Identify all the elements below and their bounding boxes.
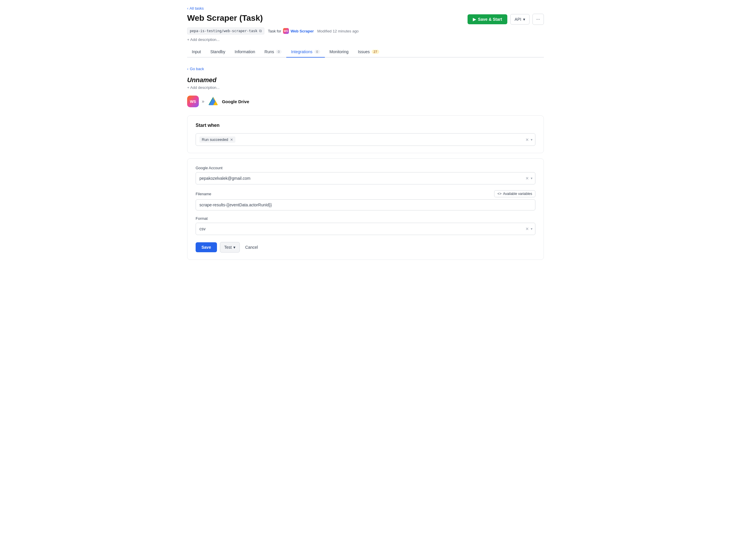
issues-badge: 27	[372, 50, 379, 54]
format-label: Format	[196, 216, 535, 221]
arrow-icon: »	[202, 99, 204, 104]
integration-add-description[interactable]: + Add description...	[187, 85, 544, 90]
meta-row: pepa-is-testing/web-scraper-task ⧉ Task …	[187, 27, 544, 34]
task-slug: pepa-is-testing/web-scraper-task ⧉	[187, 27, 264, 34]
start-when-field-actions: ✕ ▾	[526, 137, 533, 142]
page-title: Web Scraper (Task)	[187, 13, 263, 23]
more-options-button[interactable]: ···	[533, 14, 544, 25]
all-tasks-link[interactable]: ‹ All tasks	[187, 6, 204, 11]
form-actions: Save Test ▾ Cancel	[196, 242, 535, 253]
format-select-wrapper: csv ✕ ▾	[196, 223, 535, 235]
save-start-button[interactable]: ▶ Save & Start	[468, 14, 507, 24]
runs-badge: 0	[276, 50, 281, 54]
tab-monitoring[interactable]: Monitoring	[325, 46, 353, 58]
test-button[interactable]: Test ▾	[220, 242, 240, 253]
all-tasks-label: All tasks	[189, 6, 203, 11]
format-field-actions: ✕ ▾	[526, 227, 533, 231]
api-button[interactable]: API ▾	[510, 14, 530, 25]
modified-text: Modified 12 minutes ago	[317, 29, 359, 33]
ws-icon: WS	[187, 96, 199, 107]
ws-small-icon: WS	[283, 28, 289, 34]
gdrive-label: Google Drive	[222, 99, 249, 104]
tab-issues[interactable]: Issues 27	[353, 46, 384, 58]
test-chevron-icon: ▾	[233, 245, 235, 250]
google-account-label: Google Account	[196, 166, 535, 170]
add-description-link[interactable]: + Add description...	[187, 37, 544, 42]
start-when-title: Start when	[196, 123, 535, 128]
available-variables-button[interactable]: <> Available variables	[494, 190, 535, 197]
code-icon: <>	[497, 192, 502, 196]
filename-label-row: Filename <> Available variables	[196, 190, 535, 197]
integration-icons-row: WS »	[187, 96, 544, 107]
task-for: Task for WS Web Scraper	[268, 28, 314, 34]
tab-information[interactable]: Information	[230, 46, 260, 58]
integration-name: Unnamed	[187, 76, 544, 84]
format-clear-icon[interactable]: ✕	[526, 227, 529, 231]
filename-input[interactable]	[196, 199, 535, 210]
tab-standby[interactable]: Standby	[205, 46, 230, 58]
format-group: Format csv ✕ ▾	[196, 216, 535, 235]
tag-remove-icon[interactable]: ✕	[230, 138, 233, 142]
google-account-wrapper: pepakozelvalek@gmail.com ✕ ▾	[196, 172, 535, 184]
start-when-select-wrapper: Run succeeded ✕ ✕ ▾	[196, 133, 535, 146]
integrations-badge: 0	[314, 50, 320, 54]
tab-runs[interactable]: Runs 0	[260, 46, 286, 58]
google-account-field-actions: ✕ ▾	[526, 176, 533, 181]
format-select[interactable]: csv	[196, 223, 535, 235]
tab-input[interactable]: Input	[187, 46, 205, 58]
more-icon: ···	[536, 17, 540, 22]
google-account-select[interactable]: pepakozelvalek@gmail.com	[196, 172, 535, 184]
tabs-bar: Input Standby Information Runs 0 Integra…	[187, 46, 544, 58]
run-succeeded-tag: Run succeeded ✕	[199, 136, 235, 143]
format-chevron-icon[interactable]: ▾	[531, 227, 533, 231]
google-account-group: Google Account pepakozelvalek@gmail.com …	[196, 166, 535, 184]
settings-card: Google Account pepakozelvalek@gmail.com …	[187, 158, 544, 260]
save-button[interactable]: Save	[196, 242, 217, 252]
start-when-chevron-icon[interactable]: ▾	[531, 138, 533, 142]
filename-group: Filename <> Available variables	[196, 190, 535, 210]
task-for-link[interactable]: Web Scraper	[291, 29, 314, 33]
chevron-down-icon: ▾	[523, 17, 525, 22]
go-back-chevron-icon: ‹	[187, 67, 188, 71]
start-when-card: Start when Run succeeded ✕ ✕ ▾	[187, 115, 544, 153]
header-actions: ▶ Save & Start API ▾ ···	[468, 14, 544, 25]
back-chevron-icon: ‹	[187, 6, 188, 11]
play-icon: ▶	[473, 17, 476, 22]
start-when-clear-icon[interactable]: ✕	[526, 137, 529, 142]
cancel-button[interactable]: Cancel	[243, 242, 260, 252]
google-account-clear-icon[interactable]: ✕	[526, 176, 529, 181]
gdrive-icon	[207, 96, 219, 107]
google-account-chevron-icon[interactable]: ▾	[531, 176, 533, 180]
content-area: ‹ Go back Unnamed + Add description... W…	[187, 58, 544, 274]
copy-icon[interactable]: ⧉	[259, 29, 262, 33]
tab-integrations[interactable]: Integrations 0	[286, 46, 324, 58]
go-back-button[interactable]: ‹ Go back	[187, 67, 204, 71]
start-when-select[interactable]: Run succeeded ✕	[196, 133, 535, 146]
